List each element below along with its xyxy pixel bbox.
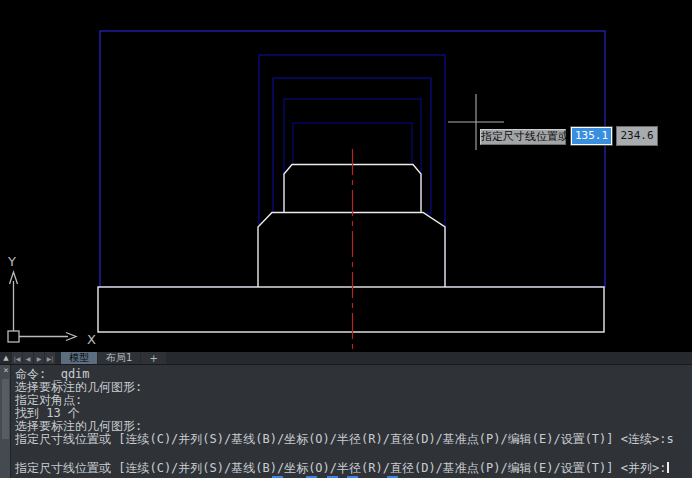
command-history-line: 选择要标注的几何图形: [15,420,690,433]
dynamic-input-field-secondary[interactable]: 234.6 [616,126,658,146]
command-scrollbar-thumb[interactable] [2,379,9,439]
command-history: 命令: _qdim 选择要标注的几何图形: 指定对角点: 找到 13 个 选择要… [15,368,690,475]
ucs-y-label: Y [7,254,16,269]
layout-tab-bar: ▲ |◀ ◀ ▶ ▶| 模型 布局1 + [0,352,692,365]
tab-nav-next-icon[interactable]: ▶ [34,352,44,364]
command-history-line: 命令: _qdim [15,368,690,381]
command-history-line: 指定对角点: [15,394,690,407]
command-history-line: 指定尺寸线位置或 [连续(C)/并列(S)/基线(B)/坐标(O)/半径(R)/… [15,433,690,446]
dynamic-input-selected-value: 135.1 [572,128,611,144]
command-history-line: 找到 13 个 [15,407,690,420]
tabbar-scroll-up-icon[interactable]: ▲ [0,352,12,364]
command-prompt-text: 指定尺寸线位置或 [连续(C)/并列(S)/基线(B)/坐标(O)/半径(R)/… [15,462,666,475]
command-active-prompt[interactable]: 指定尺寸线位置或 [连续(C)/并列(S)/基线(B)/坐标(O)/半径(R)/… [15,462,690,475]
ucs-x-label: X [87,332,96,347]
front-view-base-plate[interactable] [98,287,604,332]
tab-layout1[interactable]: 布局1 [98,352,140,364]
command-blank-line [15,446,690,462]
close-icon[interactable]: × [1,365,11,375]
ucs-icon [8,272,76,342]
tab-nav-last-icon[interactable]: ▶| [45,352,55,364]
tab-model[interactable]: 模型 [61,352,97,364]
dynamic-input-field-primary[interactable]: 135.1 [570,126,613,146]
command-gutter: × [0,365,11,478]
cad-window: Y X 指定尺寸线位置或 135.1 234.6 ▲ |◀ ◀ ▶ ▶| 模型 … [0,0,692,478]
tab-nav-buttons: |◀ ◀ ▶ ▶| [12,352,55,364]
text-cursor [667,462,669,473]
tab-new-layout[interactable]: + [141,352,165,364]
tab-nav-first-icon[interactable]: |◀ [12,352,22,364]
ucs-origin-square [8,331,19,342]
drawing-viewport[interactable]: Y X 指定尺寸线位置或 135.1 234.6 [0,0,692,352]
command-line-panel: × 命令: _qdim 选择要标注的几何图形: 指定对角点: 找到 13 个 选… [0,365,692,478]
tab-nav-prev-icon[interactable]: ◀ [23,352,33,364]
dynamic-input-prompt: 指定尺寸线位置或 [480,129,566,145]
front-view-lower-step[interactable] [258,213,445,289]
drawing-canvas[interactable]: Y X [0,0,692,352]
command-history-line: 选择要标注的几何图形: [15,381,690,394]
